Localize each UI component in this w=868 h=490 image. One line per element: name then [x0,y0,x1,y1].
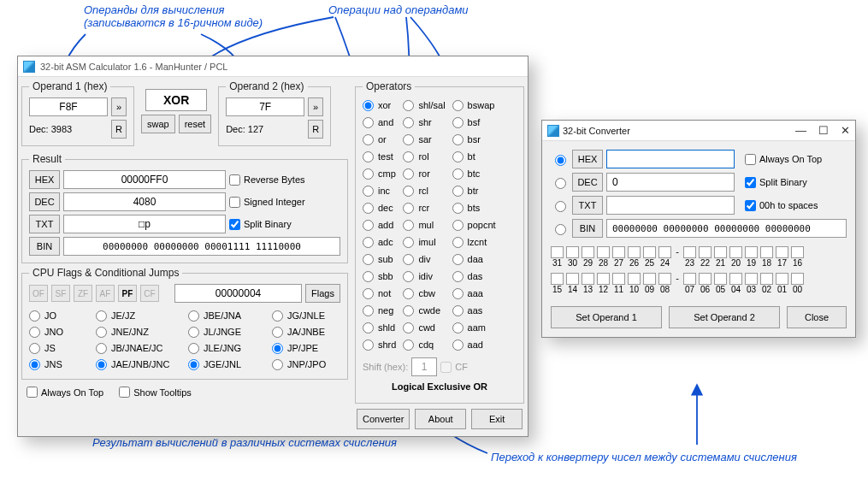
operator-aad[interactable]: aad [452,337,496,352]
flag-of[interactable]: OF [29,285,48,302]
conv-split-binary-checkbox[interactable]: Split Binary [745,177,807,188]
flags-button[interactable]: Flags [305,284,340,303]
bit-08[interactable] [658,273,671,285]
jump-JO[interactable]: JO [29,308,89,323]
bit-05[interactable] [714,273,727,285]
conv-hex-button[interactable]: HEX [572,150,603,168]
bit-07[interactable] [683,273,696,285]
operator-div[interactable]: div [403,251,445,267]
operand2-r-button[interactable]: R [308,120,323,139]
operator-rcr[interactable]: rcr [403,200,445,215]
jump-JNE-JNZ[interactable]: JNE/JNZ [96,324,181,339]
bit-27[interactable] [612,246,625,258]
operator-mul[interactable]: mul [403,217,445,233]
operator-das[interactable]: das [452,269,496,284]
jump-JG-JNLE[interactable]: JG/JNLE [272,308,340,323]
reset-button[interactable]: reset [179,115,211,133]
converter-button[interactable]: Converter [357,409,410,429]
operator-aas[interactable]: aas [452,303,496,318]
bit-19[interactable] [745,246,758,258]
operator-adc[interactable]: adc [363,234,396,250]
bit-17[interactable] [776,246,788,258]
operator-rcl[interactable]: rcl [403,183,445,198]
operator-cwde[interactable]: cwde [403,303,445,318]
always-on-top-checkbox[interactable]: Always On Top [27,387,103,398]
operator-sbb[interactable]: sbb [363,269,396,284]
operator-cdq[interactable]: cdq [403,337,445,352]
operator-lzcnt[interactable]: lzcnt [452,234,496,250]
jump-JLE-JNG[interactable]: JLE/JNG [188,340,265,356]
bit-26[interactable] [628,246,641,258]
bit-06[interactable] [699,273,712,285]
operand2-value[interactable]: 7F [226,97,304,116]
operator-rol[interactable]: rol [403,149,445,164]
operand1-value[interactable]: F8F [29,97,108,116]
bit-30[interactable] [566,246,579,258]
bin-result[interactable]: 00000000 00000000 00001111 11110000 [63,237,340,256]
jump-JL-JNGE[interactable]: JL/JNGE [188,324,265,339]
flag-af[interactable]: AF [96,285,115,302]
reverse-bytes-checkbox[interactable]: Reverse Bytes [229,174,305,186]
hex-result[interactable]: 00000FF0 [63,170,226,189]
flag-pf[interactable]: PF [118,285,137,302]
bit-16[interactable] [791,246,804,258]
jump-JS[interactable]: JS [29,340,89,356]
bit-00[interactable] [791,273,804,285]
operator-neg[interactable]: neg [363,303,396,318]
conv-dec-radio[interactable] [555,178,566,189]
bit-28[interactable] [597,246,610,258]
jump-JNO[interactable]: JNO [29,324,89,339]
jump-JNP-JPO[interactable]: JNP/JPO [272,357,340,372]
conv-txt-input[interactable] [606,196,735,215]
bit-11[interactable] [612,273,625,285]
operator-or[interactable]: or [363,132,396,147]
jump-JBE-JNA[interactable]: JBE/JNA [188,308,265,323]
bit-25[interactable] [643,246,656,258]
bit-02[interactable] [760,273,773,285]
bit-23[interactable] [683,246,696,258]
operator-not[interactable]: not [363,286,396,301]
minimize-icon[interactable]: — [795,124,806,137]
operator-inc[interactable]: inc [363,183,396,198]
operator-sar[interactable]: sar [403,132,445,147]
conv-txt-radio[interactable] [555,201,566,212]
operator-shld[interactable]: shld [363,320,396,335]
conv-bin-button[interactable]: BIN [572,219,603,238]
operator-aaa[interactable]: aaa [452,286,496,301]
conv-always-on-top-checkbox[interactable]: Always On Top [745,154,822,165]
dec-button[interactable]: DEC [29,192,60,211]
split-binary-checkbox[interactable]: Split Binary [229,219,292,230]
bit-14[interactable] [566,273,579,285]
conv-hex-input[interactable] [606,150,735,168]
conv-bin-input[interactable]: 00000000 00000000 00000000 00000000 [606,219,847,238]
operator-daa[interactable]: daa [452,251,496,267]
about-button[interactable]: About [415,409,466,429]
bit-18[interactable] [760,246,773,258]
cf-checkbox[interactable]: CF [440,362,468,373]
txt-result[interactable]: □p [63,215,226,233]
operator-popcnt[interactable]: popcnt [452,217,496,233]
bit-04[interactable] [729,273,742,285]
jump-JB-JNAE-JC[interactable]: JB/JNAE/JC [96,340,181,356]
jump-JNS[interactable]: JNS [29,357,89,372]
set-operand-1-button[interactable]: Set Operand 1 [551,306,662,328]
operator-idiv[interactable]: idiv [403,269,445,284]
bit-09[interactable] [643,273,656,285]
close-icon[interactable]: ✕ [841,124,850,137]
bin-button[interactable]: BIN [29,237,60,256]
operator-ror[interactable]: ror [403,166,445,181]
operator-cmp[interactable]: cmp [363,166,396,181]
operator-cbw[interactable]: cbw [403,286,445,301]
show-tooltips-checkbox[interactable]: Show Tooltips [119,387,192,398]
set-operand-2-button[interactable]: Set Operand 2 [669,306,780,328]
bit-24[interactable] [658,246,671,258]
conv-close-button[interactable]: Close [787,306,847,328]
txt-button[interactable]: TXT [29,215,60,233]
operand1-move-button[interactable]: » [111,97,127,116]
exit-button[interactable]: Exit [471,409,523,429]
operator-btr[interactable]: btr [452,183,496,198]
flag-cf[interactable]: CF [140,285,159,302]
maximize-icon[interactable]: ☐ [818,124,829,137]
operator-btc[interactable]: btc [452,166,496,181]
bit-31[interactable] [551,246,564,258]
